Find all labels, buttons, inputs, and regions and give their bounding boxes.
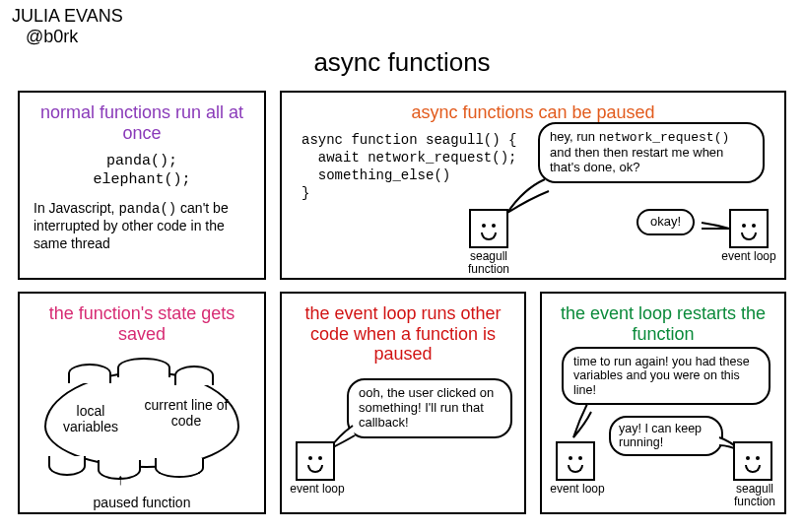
- note-code: panda(): [118, 201, 176, 217]
- comic-title: async functions: [0, 47, 804, 78]
- speech-tail-icon: [570, 402, 595, 441]
- author-credit: JULIA EVANS @b0rk: [12, 6, 123, 46]
- character-label: event loop: [719, 250, 778, 263]
- face-icon: [731, 211, 767, 246]
- face-icon: [735, 443, 770, 479]
- speech-tail-icon: [700, 217, 733, 234]
- speech-bubble-yay: yay! I can keep running!: [609, 416, 723, 456]
- note-text: In Javascript,: [34, 200, 118, 216]
- author-name: JULIA EVANS: [12, 6, 123, 26]
- bubble-text: and then then restart me when that's don…: [550, 145, 723, 174]
- character-label: seagull function: [459, 250, 518, 275]
- character-seagull-function: [733, 441, 772, 481]
- speech-bubble-restart: time to run again! you had these variabl…: [562, 347, 770, 405]
- bubble-text: hey, run: [550, 129, 599, 144]
- panel4-title: the event loop runs other code when a fu…: [292, 301, 514, 370]
- character-event-loop: [556, 441, 595, 481]
- character-seagull-function: [469, 209, 508, 248]
- panel1-code: panda(); elephant();: [30, 153, 254, 190]
- character-event-loop: [729, 209, 769, 248]
- arrow-up-icon: ↑: [116, 471, 124, 489]
- code-line: panda();: [30, 153, 254, 171]
- panel3-caption: paused function: [20, 495, 264, 510]
- speech-bubble-seagull: hey, run network_request() and then then…: [538, 122, 765, 183]
- panel-async-paused: async functions can be paused async func…: [280, 91, 786, 280]
- panel1-title: normal functions run all at once: [30, 100, 254, 149]
- bubble-code: network_request(): [599, 130, 730, 145]
- panel-event-loop-restarts: the event loop restarts the function tim…: [540, 292, 786, 514]
- panel-state-saved: the function's state gets saved local va…: [18, 292, 266, 514]
- character-label: event loop: [288, 483, 347, 496]
- face-icon: [298, 443, 333, 479]
- character-label: seagull function: [725, 483, 784, 507]
- author-handle: @b0rk: [12, 27, 123, 47]
- speech-bubble-event-loop: ooh, the user clicked on something! I'll…: [347, 378, 512, 438]
- cloud-text-right: current line of code: [141, 397, 232, 429]
- thought-cloud: local variables current line of code: [38, 360, 245, 488]
- face-icon: [471, 211, 506, 246]
- face-icon: [558, 443, 593, 479]
- panel3-title: the function's state gets saved: [30, 301, 254, 350]
- character-event-loop: [296, 441, 335, 481]
- speech-tail-icon: [503, 177, 553, 217]
- panel-normal-functions: normal functions run all at once panda()…: [18, 91, 266, 280]
- panel-event-loop-runs-other: the event loop runs other code when a fu…: [280, 292, 526, 514]
- cloud-text-left: local variables: [56, 403, 125, 434]
- code-line: elephant();: [30, 171, 254, 190]
- character-label: event loop: [548, 483, 607, 496]
- panel5-title: the event loop restarts the function: [552, 301, 774, 350]
- speech-bubble-reply: okay!: [636, 209, 695, 235]
- panel1-note: In Javascript, panda() can't be interrup…: [30, 200, 254, 253]
